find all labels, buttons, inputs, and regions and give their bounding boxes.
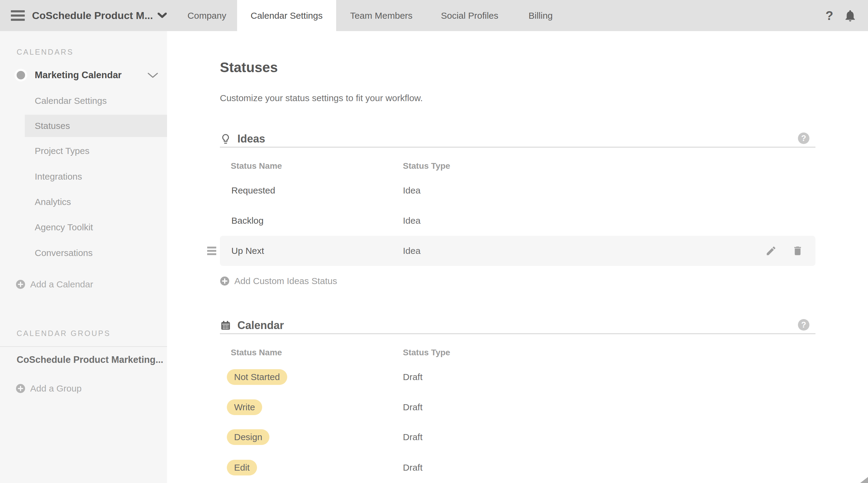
status-row-not-started[interactable]: Not Started Draft xyxy=(220,362,815,392)
add-calendar-button[interactable]: Add a Calendar xyxy=(16,275,93,293)
page-subtitle: Customize your status settings to fit yo… xyxy=(220,93,423,103)
sidebar-calendar-marketing-calendar[interactable]: Marketing Calendar xyxy=(0,66,167,85)
calendar-section-header: Calendar ? xyxy=(220,318,815,333)
sidebar: CALENDARS Marketing Calendar Calendar Se… xyxy=(0,31,167,483)
calendar-help-icon[interactable]: ? xyxy=(798,319,809,330)
delete-trash-icon[interactable] xyxy=(792,245,803,257)
top-bar: CoSchedule Product M... Company Calendar… xyxy=(0,0,868,31)
add-custom-ideas-status-label: Add Custom Ideas Status xyxy=(235,276,337,286)
status-type: Idea xyxy=(403,175,421,205)
chevron-down-icon xyxy=(158,13,167,18)
add-group-label: Add a Group xyxy=(30,383,82,394)
calendar-switcher-label: CoSchedule Product M... xyxy=(32,10,153,21)
status-row-up-next[interactable]: Up Next Idea xyxy=(220,236,815,266)
column-header-status-type: Status Type xyxy=(403,346,450,359)
status-row-design[interactable]: Design Draft xyxy=(220,422,815,452)
edit-pencil-icon[interactable] xyxy=(765,245,777,257)
status-row-backlog[interactable]: Backlog Idea xyxy=(220,205,815,236)
help-icon[interactable]: ? xyxy=(821,0,838,31)
status-type: Draft xyxy=(403,392,423,422)
lightbulb-icon xyxy=(220,133,231,144)
calendar-section-title: Calendar xyxy=(238,319,284,332)
add-group-button[interactable]: Add a Group xyxy=(16,380,82,397)
status-type: Draft xyxy=(403,452,423,483)
sidebar-item-statuses[interactable]: Statuses xyxy=(25,115,167,137)
status-row-write[interactable]: Write Draft xyxy=(220,392,815,422)
sidebar-item-analytics[interactable]: Analytics xyxy=(0,193,167,211)
section-divider xyxy=(220,333,815,334)
calendar-groups-section-label: CALENDAR GROUPS xyxy=(17,329,111,337)
status-type: Draft xyxy=(403,362,423,392)
tab-company[interactable]: Company xyxy=(177,0,237,31)
section-divider xyxy=(220,147,815,148)
status-name: Backlog xyxy=(231,205,264,236)
status-row-edit[interactable]: Edit Draft xyxy=(220,452,815,483)
calendars-section-label: CALENDARS xyxy=(17,48,74,56)
notifications-bell-icon[interactable] xyxy=(843,9,857,23)
sidebar-item-calendar-settings[interactable]: Calendar Settings xyxy=(0,92,167,110)
status-type: Draft xyxy=(403,422,423,452)
ideas-help-icon[interactable]: ? xyxy=(798,132,809,144)
sidebar-item-project-types[interactable]: Project Types xyxy=(0,142,167,160)
plus-circle-icon xyxy=(16,384,25,393)
tab-team-members[interactable]: Team Members xyxy=(343,0,420,31)
add-calendar-label: Add a Calendar xyxy=(30,279,93,290)
status-badge: Not Started xyxy=(227,369,287,385)
column-header-status-name: Status Name xyxy=(231,159,282,173)
calendar-column-headers: Status Name Status Type xyxy=(220,346,815,359)
hamburger-menu-icon[interactable] xyxy=(11,10,25,21)
status-badge: Edit xyxy=(227,460,257,476)
calendar-name: Marketing Calendar xyxy=(35,66,122,85)
ideas-section-title: Ideas xyxy=(238,132,265,145)
status-type: Idea xyxy=(403,205,421,236)
ideas-column-headers: Status Name Status Type xyxy=(220,159,815,173)
column-header-status-type: Status Type xyxy=(403,159,450,173)
status-type: Idea xyxy=(403,236,421,266)
status-badge: Write xyxy=(227,399,262,415)
main-content: Statuses Customize your status settings … xyxy=(167,31,868,483)
plus-circle-icon xyxy=(220,276,229,286)
row-actions xyxy=(765,245,803,257)
calendar-switcher-dropdown[interactable]: CoSchedule Product M... xyxy=(32,0,167,31)
status-name: Requested xyxy=(231,175,275,205)
column-header-status-name: Status Name xyxy=(231,346,282,359)
status-name: Up Next xyxy=(231,236,264,266)
drag-handle-icon[interactable] xyxy=(207,247,216,257)
sidebar-item-conversations[interactable]: Conversations xyxy=(0,244,167,262)
tab-social-profiles[interactable]: Social Profiles xyxy=(430,0,509,31)
calendar-icon xyxy=(220,320,231,331)
cursor-artifact xyxy=(860,477,868,483)
plus-circle-icon xyxy=(16,280,25,289)
sidebar-item-agency-toolkit[interactable]: Agency Toolkit xyxy=(0,218,167,236)
add-custom-ideas-status-button[interactable]: Add Custom Ideas Status xyxy=(220,270,337,292)
status-row-requested[interactable]: Requested Idea xyxy=(220,175,815,205)
page-title: Statuses xyxy=(220,59,278,75)
sidebar-item-integrations[interactable]: Integrations xyxy=(0,167,167,186)
status-badge: Design xyxy=(227,429,270,445)
sidebar-group-coschedule-product-marketing[interactable]: CoSchedule Product Marketing... xyxy=(17,351,163,369)
calendar-color-dot xyxy=(14,69,27,82)
sidebar-divider xyxy=(0,346,167,347)
ideas-section-header: Ideas ? xyxy=(220,131,815,147)
tab-calendar-settings[interactable]: Calendar Settings xyxy=(237,0,336,31)
chevron-down-icon[interactable] xyxy=(147,72,158,80)
tab-billing[interactable]: Billing xyxy=(514,0,568,31)
